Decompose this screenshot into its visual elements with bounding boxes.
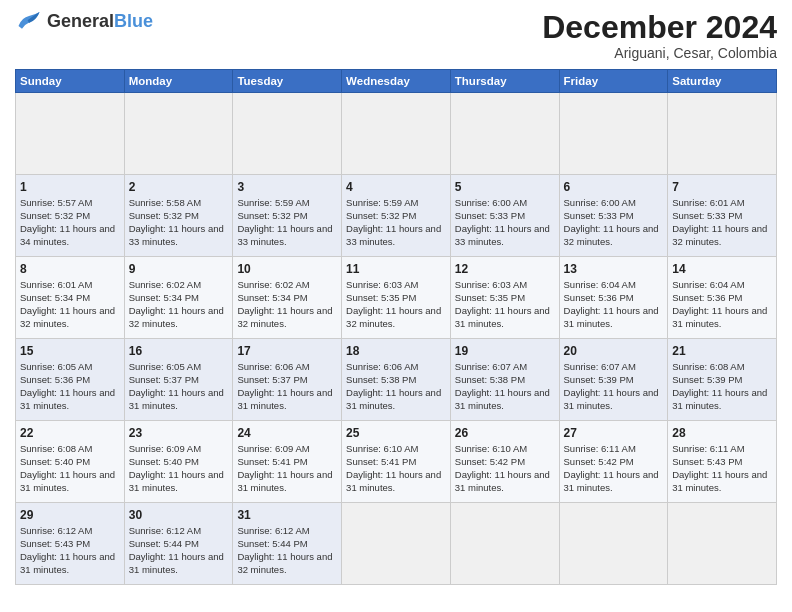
calendar-week-3: 15Sunrise: 6:05 AMSunset: 5:36 PMDayligh… [16, 339, 777, 421]
sunrise-text: Sunrise: 6:03 AM [455, 279, 555, 292]
sunrise-text: Sunrise: 6:06 AM [346, 361, 446, 374]
day-number: 21 [672, 343, 772, 359]
sunset-text: Sunset: 5:41 PM [346, 456, 446, 469]
daylight-text: Daylight: 11 hours and 31 minutes. [237, 387, 337, 413]
calendar-cell: 10Sunrise: 6:02 AMSunset: 5:34 PMDayligh… [233, 257, 342, 339]
sunset-text: Sunset: 5:36 PM [564, 292, 664, 305]
sunset-text: Sunset: 5:33 PM [564, 210, 664, 223]
calendar-cell [233, 93, 342, 175]
day-number: 5 [455, 179, 555, 195]
daylight-text: Daylight: 11 hours and 31 minutes. [20, 469, 120, 495]
day-number: 2 [129, 179, 229, 195]
sunrise-text: Sunrise: 5:57 AM [20, 197, 120, 210]
day-number: 16 [129, 343, 229, 359]
calendar-cell: 24Sunrise: 6:09 AMSunset: 5:41 PMDayligh… [233, 421, 342, 503]
day-number: 7 [672, 179, 772, 195]
daylight-text: Daylight: 11 hours and 33 minutes. [346, 223, 446, 249]
calendar-cell: 11Sunrise: 6:03 AMSunset: 5:35 PMDayligh… [342, 257, 451, 339]
calendar-cell: 15Sunrise: 6:05 AMSunset: 5:36 PMDayligh… [16, 339, 125, 421]
sunrise-text: Sunrise: 6:11 AM [564, 443, 664, 456]
daylight-text: Daylight: 11 hours and 33 minutes. [237, 223, 337, 249]
daylight-text: Daylight: 11 hours and 32 minutes. [20, 305, 120, 331]
daylight-text: Daylight: 11 hours and 31 minutes. [346, 387, 446, 413]
calendar-cell: 28Sunrise: 6:11 AMSunset: 5:43 PMDayligh… [668, 421, 777, 503]
calendar-week-4: 22Sunrise: 6:08 AMSunset: 5:40 PMDayligh… [16, 421, 777, 503]
sunset-text: Sunset: 5:39 PM [672, 374, 772, 387]
sunset-text: Sunset: 5:36 PM [672, 292, 772, 305]
sunset-text: Sunset: 5:32 PM [20, 210, 120, 223]
calendar-cell [124, 93, 233, 175]
daylight-text: Daylight: 11 hours and 31 minutes. [20, 387, 120, 413]
day-number: 15 [20, 343, 120, 359]
sunset-text: Sunset: 5:34 PM [129, 292, 229, 305]
month-title: December 2024 [542, 10, 777, 45]
calendar-week-5: 29Sunrise: 6:12 AMSunset: 5:43 PMDayligh… [16, 503, 777, 585]
day-number: 8 [20, 261, 120, 277]
calendar-cell: 25Sunrise: 6:10 AMSunset: 5:41 PMDayligh… [342, 421, 451, 503]
sunset-text: Sunset: 5:37 PM [129, 374, 229, 387]
calendar-cell: 16Sunrise: 6:05 AMSunset: 5:37 PMDayligh… [124, 339, 233, 421]
daylight-text: Daylight: 11 hours and 34 minutes. [20, 223, 120, 249]
sunrise-text: Sunrise: 6:08 AM [672, 361, 772, 374]
sunset-text: Sunset: 5:33 PM [672, 210, 772, 223]
sunset-text: Sunset: 5:35 PM [455, 292, 555, 305]
sunrise-text: Sunrise: 6:11 AM [672, 443, 772, 456]
col-wednesday: Wednesday [342, 70, 451, 93]
sunrise-text: Sunrise: 5:59 AM [346, 197, 446, 210]
sunrise-text: Sunrise: 6:02 AM [237, 279, 337, 292]
daylight-text: Daylight: 11 hours and 31 minutes. [20, 551, 120, 577]
sunset-text: Sunset: 5:32 PM [237, 210, 337, 223]
calendar-cell: 27Sunrise: 6:11 AMSunset: 5:42 PMDayligh… [559, 421, 668, 503]
logo: GeneralBlue [15, 10, 153, 32]
sunset-text: Sunset: 5:38 PM [346, 374, 446, 387]
sunset-text: Sunset: 5:42 PM [564, 456, 664, 469]
daylight-text: Daylight: 11 hours and 31 minutes. [346, 469, 446, 495]
sunrise-text: Sunrise: 6:04 AM [672, 279, 772, 292]
daylight-text: Daylight: 11 hours and 31 minutes. [129, 387, 229, 413]
logo-blue: Blue [114, 11, 153, 31]
day-number: 4 [346, 179, 446, 195]
daylight-text: Daylight: 11 hours and 31 minutes. [455, 305, 555, 331]
col-friday: Friday [559, 70, 668, 93]
logo-text: GeneralBlue [47, 11, 153, 32]
sunrise-text: Sunrise: 6:12 AM [129, 525, 229, 538]
day-number: 30 [129, 507, 229, 523]
day-number: 23 [129, 425, 229, 441]
header-area: GeneralBlue December 2024 Ariguani, Cesa… [15, 10, 777, 61]
calendar-cell: 1Sunrise: 5:57 AMSunset: 5:32 PMDaylight… [16, 175, 125, 257]
sunrise-text: Sunrise: 6:07 AM [564, 361, 664, 374]
sunrise-text: Sunrise: 6:03 AM [346, 279, 446, 292]
calendar-cell: 29Sunrise: 6:12 AMSunset: 5:43 PMDayligh… [16, 503, 125, 585]
sunset-text: Sunset: 5:43 PM [672, 456, 772, 469]
calendar-cell: 7Sunrise: 6:01 AMSunset: 5:33 PMDaylight… [668, 175, 777, 257]
calendar-cell [668, 503, 777, 585]
daylight-text: Daylight: 11 hours and 32 minutes. [237, 305, 337, 331]
sunrise-text: Sunrise: 6:01 AM [20, 279, 120, 292]
sunset-text: Sunset: 5:37 PM [237, 374, 337, 387]
day-number: 9 [129, 261, 229, 277]
daylight-text: Daylight: 11 hours and 33 minutes. [455, 223, 555, 249]
daylight-text: Daylight: 11 hours and 31 minutes. [672, 305, 772, 331]
day-number: 11 [346, 261, 446, 277]
sunrise-text: Sunrise: 6:09 AM [237, 443, 337, 456]
daylight-text: Daylight: 11 hours and 31 minutes. [672, 469, 772, 495]
day-number: 13 [564, 261, 664, 277]
day-number: 19 [455, 343, 555, 359]
col-monday: Monday [124, 70, 233, 93]
day-number: 25 [346, 425, 446, 441]
col-saturday: Saturday [668, 70, 777, 93]
logo-icon [15, 10, 43, 32]
daylight-text: Daylight: 11 hours and 31 minutes. [129, 551, 229, 577]
calendar-cell [16, 93, 125, 175]
calendar-week-0 [16, 93, 777, 175]
calendar-cell: 2Sunrise: 5:58 AMSunset: 5:32 PMDaylight… [124, 175, 233, 257]
logo-general: General [47, 11, 114, 31]
calendar-cell: 5Sunrise: 6:00 AMSunset: 5:33 PMDaylight… [450, 175, 559, 257]
calendar-cell [559, 93, 668, 175]
day-number: 10 [237, 261, 337, 277]
calendar-cell: 20Sunrise: 6:07 AMSunset: 5:39 PMDayligh… [559, 339, 668, 421]
sunset-text: Sunset: 5:35 PM [346, 292, 446, 305]
daylight-text: Daylight: 11 hours and 32 minutes. [346, 305, 446, 331]
calendar-cell [668, 93, 777, 175]
sunrise-text: Sunrise: 6:12 AM [237, 525, 337, 538]
